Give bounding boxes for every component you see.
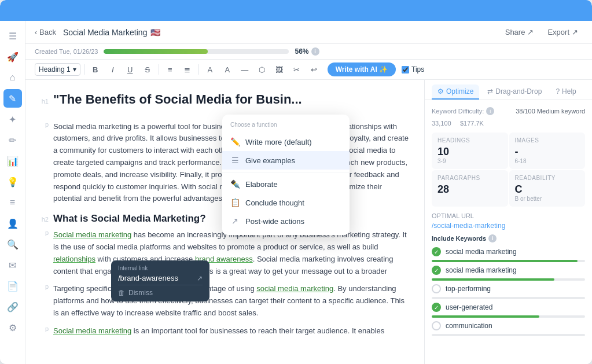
kw-check-2: ✓ — [432, 266, 441, 275]
main-layout: ☰ 🚀 ⌂ ✎ ✦ ✏ 📊 💡 ≡ 👤 🔍 ✉ 📄 🔗 ⚙ ‹ Bac — [0, 21, 592, 364]
ai-menu-item-conclude[interactable]: 📋 Conclude thought — [222, 193, 350, 212]
kw-bar-3 — [432, 297, 585, 299]
doc-heading[interactable]: "The Benefits of Social Media for Busin.… — [53, 91, 302, 108]
sidebar-icon-edit[interactable]: ✎ — [3, 89, 22, 108]
share-button[interactable]: Share ↗ — [501, 25, 539, 39]
sidebar-icon-link[interactable]: 🔗 — [3, 297, 22, 316]
export-button[interactable]: Export ↗ — [543, 25, 583, 39]
readability-range: B or better — [515, 196, 580, 202]
sidebar: ☰ 🚀 ⌂ ✎ ✦ ✏ 📊 💡 ≡ 👤 🔍 ✉ 📄 🔗 ⚙ — [0, 21, 25, 364]
bold-button[interactable]: B — [88, 62, 103, 77]
sidebar-icon-user[interactable]: 👤 — [3, 214, 22, 233]
stats-grid: HEADINGS 10 3-9 IMAGES - 6-18 PARAGRAPHS — [432, 133, 585, 207]
back-button[interactable]: ‹ Back — [35, 28, 56, 36]
body-columns: h1 "The Benefits of Social Media for Bus… — [25, 80, 592, 364]
scissor-button[interactable]: ✂ — [289, 62, 304, 77]
header: ‹ Back Social Media Marketing 🇺🇸 Share ↗… — [25, 21, 592, 44]
tab-optimize[interactable]: ⚙ Optimize — [432, 84, 479, 100]
dismiss-button[interactable]: 🗑 Dismiss — [118, 285, 203, 297]
heading-select[interactable]: Heading 1 ▾ — [35, 63, 80, 76]
sidebar-icon-home[interactable]: ⌂ — [3, 68, 22, 87]
p-marker-4: p — [39, 325, 49, 337]
kw-bar-fill-2 — [432, 278, 554, 281]
para-content-2[interactable]: Social media marketing has become an inc… — [53, 229, 410, 277]
sidebar-icon-settings[interactable]: ⚙ — [3, 318, 22, 337]
para-content-4[interactable]: Social media marketing is an important t… — [53, 325, 410, 337]
kw-item-1: ✓ social media marketing — [432, 247, 585, 262]
kw-bar-5 — [432, 334, 585, 336]
sidebar-icon-page[interactable]: 📄 — [3, 277, 22, 295]
italic-button[interactable]: I — [105, 62, 120, 77]
sidebar-icon-bulb[interactable]: 💡 — [3, 172, 22, 191]
kw-diff-info-icon[interactable]: i — [486, 107, 494, 115]
optimal-url-value: /social-media-marketing — [432, 222, 585, 230]
heading-select-chevron: ▾ — [73, 65, 76, 73]
internal-link-url-row: /brand-awareness ↗ — [118, 274, 203, 282]
sidebar-icon-menu[interactable]: ☰ — [3, 27, 22, 45]
back-label: Back — [39, 28, 56, 36]
link-button[interactable]: ⬡ — [255, 62, 270, 77]
tips-toggle[interactable]: Tips — [402, 65, 424, 73]
internal-link-popup: Internal link /brand-awareness ↗ 🗑 Dismi… — [111, 260, 209, 302]
doc-title-flag: 🇺🇸 — [150, 28, 160, 37]
progress-row: Created Tue, 01/26/23 56% i — [25, 44, 592, 60]
tab-drag-drop[interactable]: ⇄ Drag-and-Drop — [481, 84, 547, 100]
headings-value: 10 — [437, 146, 502, 158]
help-label: Help — [562, 87, 576, 95]
dismiss-label: Dismiss — [128, 289, 153, 297]
tips-checkbox[interactable] — [402, 66, 409, 73]
sidebar-icon-sparkle[interactable]: ✦ — [3, 110, 22, 128]
strikethrough-button[interactable]: S — [140, 62, 155, 77]
kw-bar-fill-4 — [432, 315, 539, 318]
editor-area[interactable]: h1 "The Benefits of Social Media for Bus… — [25, 80, 424, 364]
kw-info-icon[interactable]: i — [488, 234, 497, 242]
give-examples-label: Give examples — [245, 156, 295, 165]
toolbar-divider-3 — [198, 64, 199, 75]
list-button[interactable]: ≡ — [163, 62, 178, 77]
kw-item-row-2: ✓ social media marketing — [432, 266, 585, 275]
progress-info-icon[interactable]: i — [311, 47, 319, 56]
header-left: ‹ Back Social Media Marketing 🇺🇸 — [35, 28, 160, 37]
toolbar: Heading 1 ▾ B I U S ≡ ≣ A A — ⬡ 🖼 ✂ ↩ Wr… — [25, 60, 592, 80]
write-ai-button[interactable]: Write with AI ✨ — [328, 62, 396, 76]
external-link-icon[interactable]: ↗ — [197, 274, 203, 282]
sidebar-icon-rocket[interactable]: 🚀 — [3, 47, 22, 66]
ai-menu-item-elaborate[interactable]: ✒️ Elaborate — [222, 175, 350, 193]
p-marker-3: p — [39, 283, 49, 319]
numbers-row: 33,100 $177.7K — [432, 120, 585, 127]
kw-check-5 — [432, 321, 441, 330]
sidebar-icon-chart[interactable]: 📊 — [3, 152, 22, 170]
paragraphs-label: PARAGRAPHS — [437, 175, 502, 181]
cpc-value: $177.7K — [460, 120, 484, 127]
font-bg-button[interactable]: A — [220, 62, 235, 77]
help-icon: ? — [556, 87, 560, 95]
ai-menu-item-write-more[interactable]: ✏️ Write more (default) — [222, 133, 350, 151]
sidebar-icon-search[interactable]: 🔍 — [3, 235, 22, 253]
undo-button[interactable]: ↩ — [307, 62, 322, 77]
kw-item-row-3: top-performing — [432, 284, 585, 293]
image-button[interactable]: 🖼 — [272, 62, 287, 77]
para-content-3[interactable]: Targeting specific audiences with o othe… — [53, 283, 410, 319]
ai-menu-item-post-wide[interactable]: ↗ Post-wide actions — [222, 212, 350, 230]
sidebar-icon-mail[interactable]: ✉ — [3, 256, 22, 274]
font-color-button[interactable]: A — [203, 62, 218, 77]
align-button[interactable]: — — [237, 62, 252, 77]
kw-text-4: user-generated — [446, 303, 585, 311]
kw-text-2: social media marketing — [446, 266, 585, 274]
kw-item-3: top-performing — [432, 284, 585, 299]
underline-button[interactable]: U — [123, 62, 138, 77]
sidebar-icon-list[interactable]: ≡ — [3, 193, 22, 212]
h2-text[interactable]: What is Social Media Marketing? — [53, 213, 206, 225]
keyword-diff-label: Keyword Difficulty: i — [432, 107, 494, 115]
optimize-icon: ⚙ — [437, 87, 444, 95]
optimal-url-label: OPTIMAL URL — [432, 212, 585, 219]
p-marker-2: p — [39, 229, 49, 277]
sidebar-icon-pencil[interactable]: ✏ — [3, 131, 22, 149]
content-area: ‹ Back Social Media Marketing 🇺🇸 Share ↗… — [25, 21, 592, 364]
ai-menu-item-give-examples[interactable]: ☰ Give examples — [222, 151, 350, 170]
kw-text-3: top-performing — [446, 285, 585, 293]
ordered-list-button[interactable]: ≣ — [180, 62, 195, 77]
tab-help[interactable]: ? Help — [550, 84, 582, 100]
created-label: Created Tue, 01/26/23 — [35, 48, 98, 55]
kw-item-4: ✓ user-generated — [432, 303, 585, 318]
